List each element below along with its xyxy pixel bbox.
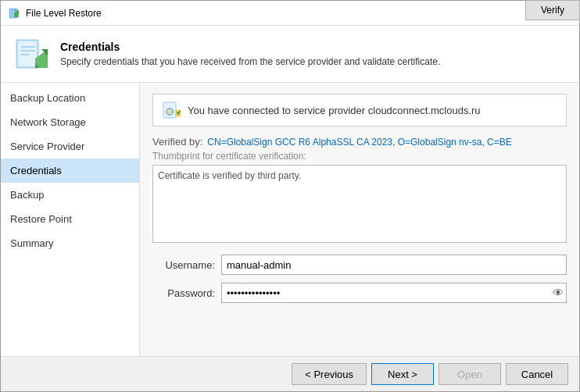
connection-status-box: You have connected to service provider c… — [152, 94, 567, 127]
svg-rect-5 — [18, 41, 37, 66]
username-input[interactable] — [221, 255, 567, 275]
sidebar-item-summary[interactable]: Summary — [1, 231, 139, 255]
open-button[interactable]: Open — [439, 363, 501, 385]
content-area: Backup Location Network Storage Service … — [1, 83, 579, 356]
title-bar: File Level Restore ✕ — [1, 1, 579, 26]
show-password-icon[interactable]: 👁 — [553, 287, 564, 299]
username-row: Username: — [152, 255, 567, 275]
app-icon — [9, 7, 21, 20]
sidebar: Backup Location Network Storage Service … — [1, 83, 140, 356]
wizard-icon — [13, 35, 51, 73]
password-input[interactable] — [221, 283, 567, 303]
sidebar-item-credentials[interactable]: Credentials — [1, 159, 139, 183]
header-text: Credentials Specify credentials that you… — [60, 41, 440, 67]
main-window: File Level Restore ✕ Credentials Specify… — [0, 0, 580, 392]
password-label: Password: — [152, 287, 215, 299]
thumbprint-label: Thumbprint for certificate verification: — [152, 151, 567, 162]
cert-textarea[interactable] — [152, 165, 567, 243]
verified-by-link[interactable]: CN=GlobalSign GCC R6 AlphaSSL CA 2023, O… — [207, 137, 511, 148]
previous-button[interactable]: < Previous — [292, 363, 367, 385]
header-title: Credentials — [60, 41, 440, 53]
title-bar-text: File Level Restore — [26, 8, 550, 19]
password-row: Password: 👁 — [152, 283, 567, 303]
sidebar-item-backup-location[interactable]: Backup Location — [1, 86, 139, 110]
cert-area-row: // Will be set by bind script below, usi… — [152, 165, 567, 245]
password-wrapper: 👁 — [221, 283, 567, 303]
sidebar-item-restore-point[interactable]: Restore Point — [1, 207, 139, 231]
verified-by-row: Verified by: CN=GlobalSign GCC R6 AlphaS… — [152, 136, 567, 148]
cert-textarea-container: // Will be set by bind script below, usi… — [152, 165, 567, 245]
header-area: Credentials Specify credentials that you… — [1, 26, 579, 83]
verified-by-label: Verified by: — [152, 136, 202, 148]
sidebar-item-network-storage[interactable]: Network Storage — [1, 110, 139, 134]
connection-status-text: You have connected to service provider c… — [188, 105, 481, 116]
username-label: Username: — [152, 259, 215, 271]
svg-point-14 — [168, 110, 171, 113]
header-subtitle: Specify credentials that you have receiv… — [60, 56, 440, 67]
cancel-button[interactable]: Cancel — [506, 363, 568, 385]
footer: < Previous Next > Open Cancel — [1, 356, 579, 391]
sidebar-item-backup[interactable]: Backup — [1, 183, 139, 207]
next-button[interactable]: Next > — [371, 363, 434, 385]
main-panel: You have connected to service provider c… — [140, 83, 579, 356]
cert-status-icon — [163, 101, 181, 119]
sidebar-item-service-provider[interactable]: Service Provider — [1, 134, 139, 159]
